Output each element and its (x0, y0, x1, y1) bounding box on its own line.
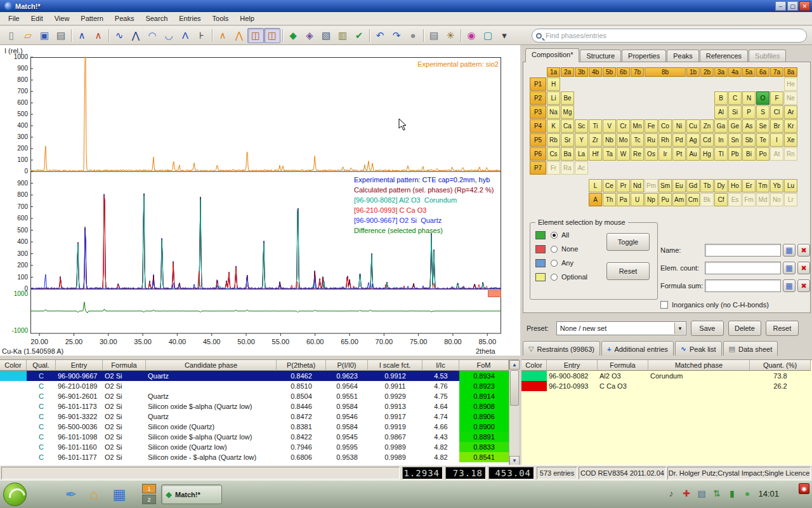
period-label-p5[interactable]: P5 (530, 133, 546, 147)
quill-launcher-icon[interactable]: ✒ (61, 485, 81, 505)
peak-search-icon[interactable]: ⋀ (128, 28, 144, 43)
element-re[interactable]: Re (631, 147, 644, 161)
element-br[interactable]: Br (770, 119, 783, 133)
element-ge[interactable]: Ge (728, 119, 742, 133)
record-icon[interactable]: ● (405, 28, 421, 43)
updates-icon[interactable]: ● (741, 487, 754, 500)
element-po[interactable]: Po (756, 147, 769, 161)
preset-reset-button[interactable]: Reset (766, 321, 799, 336)
element-tb[interactable]: Tb (700, 179, 714, 192)
tab-additional-entries[interactable]: +Additional entries (601, 341, 674, 357)
group-header-2a[interactable]: 2a (561, 67, 574, 77)
element-rn[interactable]: Rn (784, 147, 797, 161)
display-dropdown-icon[interactable]: ▾ (496, 28, 513, 43)
element-in[interactable]: In (714, 133, 728, 147)
group-header-6b[interactable]: 6b (617, 67, 630, 77)
element-ag[interactable]: Ag (686, 133, 700, 147)
tab-restraints[interactable]: ▽Restraints (99863) (523, 341, 600, 357)
element-os[interactable]: Os (645, 147, 658, 161)
group-header-4a[interactable]: 4a (728, 67, 742, 77)
scroll-up-icon[interactable]: ▲ (509, 360, 520, 370)
new-document-icon[interactable]: ▯ (3, 28, 20, 43)
period-label-p4[interactable]: P4 (530, 119, 546, 133)
import-peaks-icon[interactable]: ∧ (74, 28, 90, 43)
home-folder-icon[interactable]: ⌂ (84, 485, 104, 505)
element-th[interactable]: Th (603, 193, 616, 206)
menu-item-peaks[interactable]: Peaks (109, 13, 140, 24)
element-mg[interactable]: Mg (561, 105, 574, 119)
tab-references[interactable]: References (700, 50, 748, 62)
pager-desktop-2[interactable]: 2 (142, 495, 156, 504)
strip-alpha2-icon[interactable]: Λ (177, 28, 193, 43)
preset-save-button[interactable]: Save (691, 321, 724, 336)
tab-properties[interactable]: Properties (622, 50, 666, 62)
report-icon[interactable]: ▤ (426, 28, 442, 43)
element-pm[interactable]: Pm (645, 179, 658, 192)
matched-row-96-900-8082[interactable]: 96-900-8082Al2 O3Corundum73.8 (521, 371, 812, 381)
element-si[interactable]: Si (728, 105, 742, 119)
matched-row-96-210-0993[interactable]: 96-210-0993C Ca O326.2 (521, 381, 812, 391)
element-ni[interactable]: Ni (672, 119, 686, 133)
element-se[interactable]: Se (756, 119, 769, 133)
period-label-p1[interactable]: P1 (530, 77, 546, 91)
element-ti[interactable]: Ti (589, 119, 602, 133)
restraints-icon[interactable]: ◈ (301, 28, 318, 43)
column-header-matchedphase[interactable]: Matched phase (648, 360, 750, 371)
group-header-8a[interactable]: 8a (784, 67, 797, 77)
peak-frame-icon[interactable]: ◫ (247, 28, 264, 43)
smooth-pattern-icon[interactable]: ◠ (144, 28, 160, 43)
column-header-color[interactable]: Color (521, 360, 547, 371)
element-pt[interactable]: Pt (672, 147, 686, 161)
candidate-row-96-101-1160[interactable]: C96-101-1160O2 SiSilicon oxide (Quartz l… (0, 442, 519, 452)
peak-frame-alt-icon[interactable]: ◫ (264, 28, 280, 43)
name-input[interactable] (705, 244, 781, 257)
group-header-1b[interactable]: 1b (686, 67, 700, 77)
column-header-fom[interactable]: FoM (459, 360, 509, 371)
formulasum-table-button[interactable]: ▦ (783, 279, 796, 292)
menu-item-search[interactable]: Search (140, 13, 173, 24)
display-settings-icon[interactable]: ▢ (480, 28, 496, 43)
candidate-row-96-901-2601[interactable]: C96-901-2601O2 SiQuartz0.85040.95510.992… (0, 391, 519, 401)
element-ra[interactable]: Ra (561, 161, 574, 175)
any-radio[interactable] (551, 260, 558, 267)
element-cu[interactable]: Cu (686, 119, 700, 133)
element-es[interactable]: Es (728, 193, 742, 206)
tab-composition[interactable]: Composition* (525, 48, 579, 62)
element-kr[interactable]: Kr (784, 119, 797, 133)
element-ir[interactable]: Ir (658, 147, 672, 161)
selection-option-all[interactable]: All (535, 229, 569, 241)
element-au[interactable]: Au (686, 147, 700, 161)
menu-item-view[interactable]: View (49, 13, 75, 24)
candidate-row-96-101-1098[interactable]: C96-101-1098O2 SiSilicon oxide $-alpha (… (0, 432, 519, 442)
process-pattern-icon[interactable]: ∧ (90, 28, 107, 43)
print-icon[interactable]: ▤ (53, 28, 69, 43)
formulasum-input[interactable] (705, 279, 781, 292)
element-y[interactable]: Y (575, 133, 588, 147)
search-input[interactable] (546, 32, 802, 39)
group-header-7a[interactable]: 7a (770, 67, 783, 77)
element-mo[interactable]: Mo (617, 133, 630, 147)
preset-combobox[interactable]: None / new set ▼ (556, 321, 686, 335)
select-entry-icon[interactable]: ✔ (351, 28, 367, 43)
element-ru[interactable]: Ru (645, 133, 658, 147)
tab-structure[interactable]: Structure (580, 50, 621, 62)
element-ta[interactable]: Ta (603, 147, 616, 161)
element-ba[interactable]: Ba (561, 147, 574, 161)
tab-data-sheet[interactable]: ▤Data sheet (723, 341, 778, 357)
undo-icon[interactable]: ↶ (372, 28, 388, 43)
element-fm[interactable]: Fm (742, 193, 756, 206)
selection-option-none[interactable]: None (535, 243, 578, 255)
element-co[interactable]: Co (658, 119, 672, 133)
volume-icon[interactable]: ♪ (665, 487, 678, 500)
element-cs[interactable]: Cs (547, 147, 560, 161)
column-header-iic[interactable]: I/Ic (422, 360, 459, 371)
element-te[interactable]: Te (756, 133, 769, 147)
candidate-scrollbar[interactable]: ▲▼ (509, 360, 519, 465)
elemcount-input[interactable] (705, 262, 781, 274)
element-b[interactable]: B (714, 91, 728, 105)
element-h[interactable]: H (547, 77, 560, 91)
element-er[interactable]: Er (742, 179, 756, 192)
element-zr[interactable]: Zr (589, 133, 602, 147)
candidate-row-96-900-9667[interactable]: C96-900-9667O2 SiQuartz0.84620.96230.991… (0, 371, 519, 381)
group-header-2b[interactable]: 2b (700, 67, 714, 77)
